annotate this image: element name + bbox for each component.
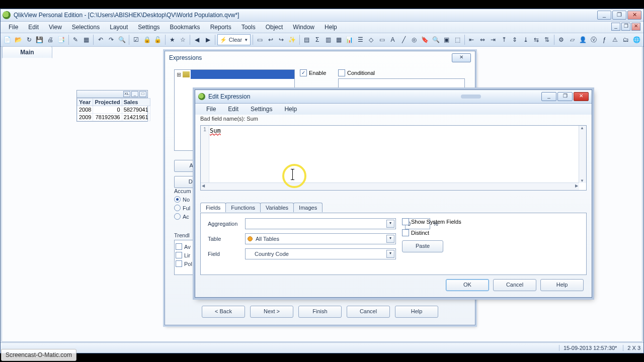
export-icon[interactable]: XL	[123, 91, 130, 97]
tb-slider-icon[interactable]: ◎	[410, 34, 419, 45]
trend-check-avg[interactable]	[176, 243, 182, 250]
tb-user-prefs-icon[interactable]: 👤	[578, 34, 588, 45]
tb-doc-props-icon[interactable]: ⚙	[556, 34, 566, 45]
tb-statbox-icon[interactable]: Σ	[312, 34, 322, 45]
enable-checkbox[interactable]: ✓	[300, 69, 307, 76]
tb-multibox-icon[interactable]: ▥	[323, 34, 333, 45]
tb-save-icon[interactable]: 💾	[35, 34, 44, 45]
tb-search-obj-icon[interactable]: 🔍	[431, 34, 441, 45]
tb-align-center-icon[interactable]: ⇔	[477, 34, 487, 45]
tb-alert-icon[interactable]: ⚠	[610, 34, 620, 45]
menu-object[interactable]: Object	[261, 23, 288, 32]
cancel-button[interactable]: Cancel	[493, 279, 536, 291]
ok-button[interactable]: OK	[446, 279, 489, 291]
mdi-minimize-button[interactable]: _	[611, 23, 620, 31]
tablebox[interactable]: XL _ □ Year Projected Sales 2008 0 58279…	[76, 90, 148, 122]
close-button[interactable]: ✕	[574, 92, 589, 101]
expression-editor[interactable]: 1 Sum	[200, 125, 587, 191]
col-header[interactable]: Projected	[93, 99, 122, 106]
edit-expression-titlebar[interactable]: Edit Expression _ ❐ ✕	[195, 90, 592, 104]
tb-sheetfwd-icon[interactable]: ↪	[277, 34, 286, 45]
maximize-button[interactable]: ❐	[612, 11, 626, 20]
tb-chart-icon[interactable]: 📊	[345, 34, 354, 45]
trend-check-linear[interactable]	[176, 252, 182, 258]
show-system-checkbox[interactable]	[402, 218, 409, 225]
wizard-close-button[interactable]: ✕	[452, 53, 471, 62]
tb-open-icon[interactable]: 📂	[13, 34, 23, 45]
tb-current-icon[interactable]: ◇	[366, 34, 376, 45]
tb-listbox-icon[interactable]: ▤	[302, 34, 311, 45]
expression-tree-item[interactable]: ⊞	[175, 70, 294, 79]
table-combo[interactable]: All Tables ▾	[245, 233, 396, 244]
tb-bookmark-icon[interactable]: 🔖	[420, 34, 430, 45]
tb-redo-icon[interactable]: ↷	[107, 34, 116, 45]
ee-menu-help[interactable]: Help	[278, 105, 303, 114]
tab-fields[interactable]: Fields	[200, 203, 226, 212]
tb-sheetback-icon[interactable]: ↩	[266, 34, 275, 45]
maximize-button[interactable]: ❐	[557, 92, 573, 101]
tb-webview-icon[interactable]: 🌐	[632, 34, 641, 45]
help-button[interactable]: Help	[540, 279, 584, 291]
wizard-finish-button[interactable]: Finish	[298, 306, 342, 318]
menu-layout[interactable]: Layout	[105, 23, 133, 32]
tb-tableview-icon[interactable]: 🗂	[621, 34, 630, 45]
menu-help[interactable]: Help	[319, 23, 342, 32]
col-header[interactable]: Year	[77, 99, 93, 106]
tb-align-middle-icon[interactable]: ⇕	[510, 34, 519, 45]
tb-search-icon[interactable]: 🔍	[117, 34, 127, 45]
table-row[interactable]: 2008 0 58279041	[77, 106, 150, 114]
wizard-next-button[interactable]: Next >	[250, 306, 293, 318]
tb-bookmark-del-icon[interactable]: ☆	[178, 34, 188, 45]
conditional-checkbox[interactable]	[338, 69, 345, 76]
menu-bookmarks[interactable]: Bookmarks	[165, 23, 205, 32]
trend-check-poly[interactable]	[176, 260, 182, 267]
tb-line-icon[interactable]: ╱	[398, 34, 408, 45]
tb-align-bottom-icon[interactable]: ⤓	[521, 34, 530, 45]
menu-reports[interactable]: Reports	[205, 23, 236, 32]
tb-forward-icon[interactable]: ▶	[203, 34, 213, 45]
tb-lock-icon[interactable]: 🔒	[142, 34, 152, 45]
paste-button[interactable]: Paste	[402, 240, 443, 252]
tb-print-icon[interactable]: 🖨	[46, 34, 55, 45]
tb-distribute-v-icon[interactable]: ⇅	[542, 34, 552, 45]
tb-refresh-icon[interactable]: ↻	[24, 34, 34, 45]
tb-pdf-icon[interactable]: 📑	[56, 34, 66, 45]
tb-custom-icon[interactable]: ⬚	[452, 34, 462, 45]
tb-back-icon[interactable]: ◀	[192, 34, 202, 45]
close-button[interactable]: ✕	[627, 11, 641, 20]
menu-edit[interactable]: Edit	[23, 23, 44, 32]
vertical-scrollbar[interactable]	[579, 126, 586, 183]
field-combo[interactable]: Country Code ▾	[245, 248, 396, 259]
tab-images[interactable]: Images	[293, 203, 323, 212]
tb-script-icon[interactable]: ✎	[70, 34, 80, 45]
ee-menu-settings[interactable]: Settings	[245, 105, 278, 114]
tb-distribute-h-icon[interactable]: ⇆	[531, 34, 541, 45]
tb-wand-icon[interactable]: ✨	[287, 34, 297, 45]
tb-text-icon[interactable]: A	[388, 34, 397, 45]
tb-align-left-icon[interactable]: ⇤	[467, 34, 476, 45]
title-blur-slider[interactable]	[461, 95, 481, 99]
horizontal-scrollbar[interactable]	[201, 183, 579, 190]
tab-variables[interactable]: Variables	[260, 203, 294, 212]
menu-view[interactable]: View	[44, 23, 67, 32]
tb-variable-icon[interactable]: ⓥ	[589, 34, 598, 45]
tb-bookmark-add-icon[interactable]: ★	[167, 34, 177, 45]
wizard-help-button[interactable]: Help	[395, 306, 438, 318]
tb-new-icon[interactable]: 📄	[3, 34, 12, 45]
menu-tools[interactable]: Tools	[236, 23, 261, 32]
tb-table-icon[interactable]: ▦	[82, 34, 91, 45]
tb-input-icon[interactable]: ☰	[356, 34, 365, 45]
expression-editor-text[interactable]: Sum	[210, 127, 579, 183]
tab-functions[interactable]: Functions	[225, 203, 261, 212]
accum-radio-accum[interactable]	[174, 213, 181, 220]
wizard-back-button[interactable]: < Back	[202, 306, 245, 318]
menu-file[interactable]: File	[4, 23, 23, 32]
tb-newsheet-icon[interactable]: ▭	[255, 34, 265, 45]
minimize-button[interactable]: _	[597, 11, 611, 20]
menu-window[interactable]: Window	[288, 23, 319, 32]
maximize-icon[interactable]: □	[139, 91, 146, 97]
tb-unlock-icon[interactable]: 🔓	[153, 34, 163, 45]
minimize-button[interactable]: _	[541, 92, 556, 101]
distinct-checkbox[interactable]	[402, 229, 409, 236]
tb-tablebox-icon[interactable]: ▦	[334, 34, 344, 45]
